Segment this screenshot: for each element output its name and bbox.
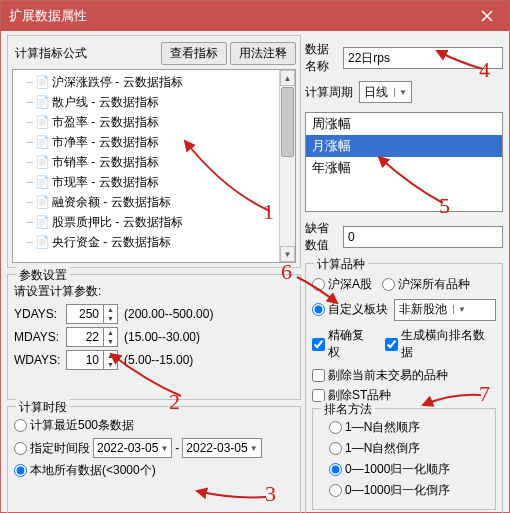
tree-item: ┈📄沪深涨跌停 - 云数据指标	[13, 72, 295, 92]
tree-item: ┈📄散户线 - 云数据指标	[13, 92, 295, 112]
param-row: MDAYS: ▲▼ (15.00--30.00)	[14, 327, 294, 347]
scroll-thumb[interactable]	[281, 87, 294, 157]
radio-custom-block[interactable]: 自定义板块	[312, 301, 388, 318]
field-listbox[interactable]: 周涨幅 月涨幅 年涨幅	[305, 112, 503, 212]
chk-del-nontrade[interactable]: 剔除当前未交易的品种	[312, 367, 496, 384]
close-icon	[481, 10, 493, 22]
chevron-down-icon: ▼	[250, 444, 258, 453]
doc-icon: 📄	[35, 175, 49, 189]
chevron-down-icon: ▼	[104, 360, 117, 369]
chevron-down-icon: ▼	[453, 305, 466, 314]
tree-item: ┈📄市净率 - 云数据指标	[13, 132, 295, 152]
doc-icon: 📄	[35, 115, 49, 129]
window-title: 扩展数据属性	[9, 7, 87, 25]
rank-method-label: 排名方法	[321, 401, 375, 418]
scroll-down-icon[interactable]: ▼	[280, 246, 295, 262]
list-item[interactable]: 年涨幅	[306, 157, 502, 179]
default-value-label: 缺省数值	[305, 220, 337, 254]
radio-all-shares[interactable]: 沪深所有品种	[382, 276, 470, 293]
view-indicator-button[interactable]: 查看指标	[161, 42, 227, 65]
chevron-up-icon: ▲	[104, 305, 117, 314]
titlebar: 扩展数据属性	[1, 1, 509, 31]
tree-item: ┈📄股票质押比 - 云数据指标	[13, 212, 295, 232]
tree-item: ┈📄市销率 - 云数据指标	[13, 152, 295, 172]
date-from-input[interactable]: 2022-03-05▼	[93, 438, 172, 458]
doc-icon: 📄	[35, 155, 49, 169]
radio-a-shares[interactable]: 沪深A股	[312, 276, 372, 293]
radio-recent[interactable]: 计算最近500条数据	[14, 417, 294, 434]
radio-rank-1n-asc[interactable]: 1—N自然顺序	[329, 419, 489, 436]
list-item[interactable]: 月涨幅	[306, 135, 502, 157]
chevron-up-icon: ▲	[104, 351, 117, 360]
param-row: YDAYS: ▲▼ (200.00--500.00)	[14, 304, 294, 324]
close-button[interactable]	[464, 1, 509, 31]
doc-icon: 📄	[35, 195, 49, 209]
chevron-down-icon: ▼	[394, 88, 407, 97]
params-group-label: 参数设置	[16, 267, 70, 284]
radio-rank-norm-asc[interactable]: 0—1000归一化顺序	[329, 461, 489, 478]
default-value-input[interactable]	[343, 226, 503, 248]
doc-icon: 📄	[35, 235, 49, 249]
doc-icon: 📄	[35, 95, 49, 109]
period-group-label: 计算时段	[16, 399, 70, 416]
chevron-down-icon: ▼	[160, 444, 168, 453]
radio-rank-1n-desc[interactable]: 1—N自然倒序	[329, 440, 489, 457]
doc-icon: 📄	[35, 135, 49, 149]
tree-item: ┈📄央行资金 - 云数据指标	[13, 232, 295, 252]
usage-note-button[interactable]: 用法注释	[230, 42, 296, 65]
doc-icon: 📄	[35, 75, 49, 89]
doc-icon: 📄	[35, 215, 49, 229]
chevron-down-icon: ▼	[104, 337, 117, 346]
wdays-stepper[interactable]: ▲▼	[66, 350, 118, 370]
cycle-select[interactable]: 日线▼	[359, 81, 412, 103]
chk-fuquan[interactable]: 精确复权	[312, 327, 375, 361]
tree-item: ┈📄融资余额 - 云数据指标	[13, 192, 295, 212]
formula-group-label: 计算指标公式	[12, 45, 90, 62]
custom-block-select[interactable]: 非新股池▼	[394, 299, 496, 321]
date-to-input[interactable]: 2022-03-05▼	[182, 438, 261, 458]
cycle-label: 计算周期	[305, 84, 353, 101]
radio-local[interactable]: 本地所有数据(<3000个)	[14, 462, 294, 479]
chevron-down-icon: ▼	[104, 314, 117, 323]
radio-range[interactable]: 指定时间段 2022-03-05▼ - 2022-03-05▼	[14, 438, 294, 458]
formula-tree[interactable]: ┈📄沪深涨跌停 - 云数据指标 ┈📄散户线 - 云数据指标 ┈📄市盈率 - 云数…	[12, 69, 296, 263]
chk-rank[interactable]: 生成横向排名数据	[385, 327, 496, 361]
tree-item: ┈📄市盈率 - 云数据指标	[13, 112, 295, 132]
tree-item: ┈📄市现率 - 云数据指标	[13, 172, 295, 192]
param-row: WDAYS: ▲▼ (5.00--15.00)	[14, 350, 294, 370]
radio-rank-norm-desc[interactable]: 0—1000归一化倒序	[329, 482, 489, 499]
chevron-up-icon: ▲	[104, 328, 117, 337]
calc-group-label: 计算品种	[314, 256, 368, 273]
mdays-stepper[interactable]: ▲▼	[66, 327, 118, 347]
list-item[interactable]: 周涨幅	[306, 113, 502, 135]
ydays-stepper[interactable]: ▲▼	[66, 304, 118, 324]
params-prompt: 请设置计算参数:	[14, 283, 294, 300]
data-name-label: 数据名称	[305, 41, 337, 75]
data-name-input[interactable]	[343, 47, 503, 69]
scrollbar[interactable]: ▲ ▼	[279, 70, 295, 262]
scroll-up-icon[interactable]: ▲	[280, 70, 295, 86]
